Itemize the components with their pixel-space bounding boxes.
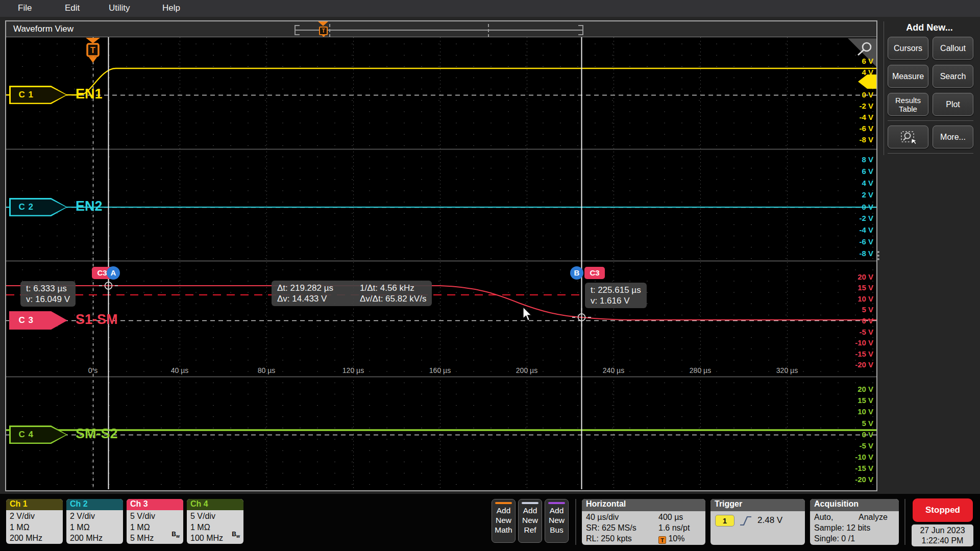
waveform-grid[interactable]: T 6 V4 V0 V-2 V-4 V-6 V-8 V8 V6 V4 V2 V0…: [6, 37, 876, 490]
more-button[interactable]: More...: [933, 126, 973, 148]
overview-window-right-bracket[interactable]: [578, 25, 583, 35]
waveform-view-panel: Waveform View T: [5, 20, 877, 491]
bottom-divider-2: [904, 499, 905, 545]
right-panel-divider: [888, 120, 973, 121]
channel-badge-1[interactable]: Ch 12 V/div1 MΩ200 MHz: [6, 499, 63, 544]
waveform-view-header: Waveform View T: [6, 21, 876, 37]
slice-separators: [6, 149, 876, 377]
ch1-trace: [6, 68, 876, 95]
ch1-level-arrow-icon[interactable]: [858, 74, 876, 89]
trigger-level: 2.48 V: [757, 515, 782, 525]
menu-utility[interactable]: Utility: [109, 3, 130, 13]
channel-badge-2[interactable]: Ch 22 V/div1 MΩ200 MHz: [66, 499, 123, 544]
search-button[interactable]: Search: [933, 65, 973, 88]
bottom-divider-1: [575, 499, 576, 545]
horizontal-overview-bar[interactable]: T: [295, 24, 583, 36]
datetime-box: 27 Jun 2023 1:22:40 PM: [912, 524, 973, 546]
waveform-view-title: Waveform View: [13, 24, 74, 34]
overview-expansion-line-2: [488, 24, 489, 37]
results-table-button[interactable]: Results Table: [888, 93, 928, 116]
trigger-flag-icon[interactable]: T: [86, 38, 100, 63]
run-stop-status-button[interactable]: Stopped: [913, 498, 973, 522]
menu-bar: FileEditUtilityHelp: [0, 0, 980, 17]
ch1-badge[interactable]: C 1: [9, 86, 67, 104]
menu-file[interactable]: File: [18, 3, 32, 13]
add-new-title: Add New...: [881, 22, 977, 33]
add-new-math-button[interactable]: AddNewMath: [492, 499, 516, 543]
callout-button[interactable]: Callout: [933, 37, 973, 60]
plot-button[interactable]: Plot: [933, 93, 973, 116]
cursor-a-readout: t: 6.333 µs v: 16.049 V: [20, 281, 76, 307]
time-label: 1:22:40 PM: [912, 536, 973, 546]
ch3-badge[interactable]: C 3: [9, 311, 67, 330]
add-new-bus-button[interactable]: AddNewBus: [545, 499, 569, 543]
overview-window-left-bracket[interactable]: [295, 25, 300, 35]
zoom-box-button[interactable]: [888, 126, 928, 148]
channel-position-lines: [6, 95, 876, 435]
cursor-b-readout: t: 225.615 µs v: 1.616 V: [585, 283, 647, 308]
grid-major-vlines: [93, 37, 788, 489]
menu-help[interactable]: Help: [162, 3, 180, 13]
ch2-label: EN2: [76, 198, 103, 214]
panel-resize-handle[interactable]: [877, 251, 879, 260]
right-panel-edge: [884, 21, 884, 155]
overview-record-line: [295, 30, 583, 31]
rising-edge-icon: [739, 515, 752, 527]
overview-expansion-line: [329, 24, 330, 37]
trigger-position-percent: 10%: [668, 534, 684, 543]
ch1-label: EN1: [76, 86, 103, 102]
channel-badge-3[interactable]: Ch 35 V/div1 MΩ5 MHzBw: [127, 499, 183, 544]
zoom-box-icon: [899, 130, 917, 144]
mouse-pointer-icon: [523, 307, 534, 324]
bandwidth-limit-icon: Bw: [172, 529, 180, 542]
trigger-panel[interactable]: Trigger 1 2.48 V: [710, 499, 805, 545]
overview-trigger-caret-icon: [318, 21, 328, 26]
right-panel-divider-2: [888, 153, 973, 154]
ch2-badge[interactable]: C 2: [9, 198, 67, 216]
overview-trigger-flag-icon[interactable]: T: [319, 27, 328, 35]
bandwidth-limit-icon: Bw: [232, 529, 240, 542]
cursors-button[interactable]: Cursors: [888, 37, 928, 60]
channel-badge-4[interactable]: Ch 45 V/div1 MΩ100 MHzBw: [187, 499, 243, 544]
cursor-a-badge[interactable]: A: [107, 266, 120, 280]
cursor-delta-readout: Δt: 219.282 µs1/Δt: 4.56 kHz Δv: 14.433 …: [272, 281, 432, 306]
horizontal-panel[interactable]: Horizontal 40 µs/div 400 µs SR: 625 MS/s…: [582, 499, 705, 545]
date-label: 27 Jun 2023: [912, 525, 973, 536]
svg-text:T: T: [90, 46, 95, 55]
ch3-label: S1-SM: [76, 312, 118, 328]
measure-button[interactable]: Measure: [888, 65, 928, 88]
ch3-trace: [6, 286, 876, 320]
bottom-status-bar: Ch 12 V/div1 MΩ200 MHzCh 22 V/div1 MΩ200…: [0, 494, 980, 551]
cursor-b-badge[interactable]: B: [570, 266, 583, 280]
add-new-ref-button[interactable]: AddNewRef: [518, 499, 542, 543]
ch4-label: SM-S2: [76, 426, 118, 442]
acquisition-panel[interactable]: Acquisition Auto, Analyze Sample: 12 bit…: [810, 499, 899, 545]
ch4-badge[interactable]: C 4: [9, 425, 67, 444]
trigger-position-flag-icon: T: [658, 536, 666, 544]
trigger-source-badge: 1: [715, 515, 734, 527]
menu-edit[interactable]: Edit: [65, 3, 80, 13]
zoom-corner-flap-icon[interactable]: [848, 38, 876, 67]
cursor-b-source-badge[interactable]: C3: [584, 267, 605, 279]
